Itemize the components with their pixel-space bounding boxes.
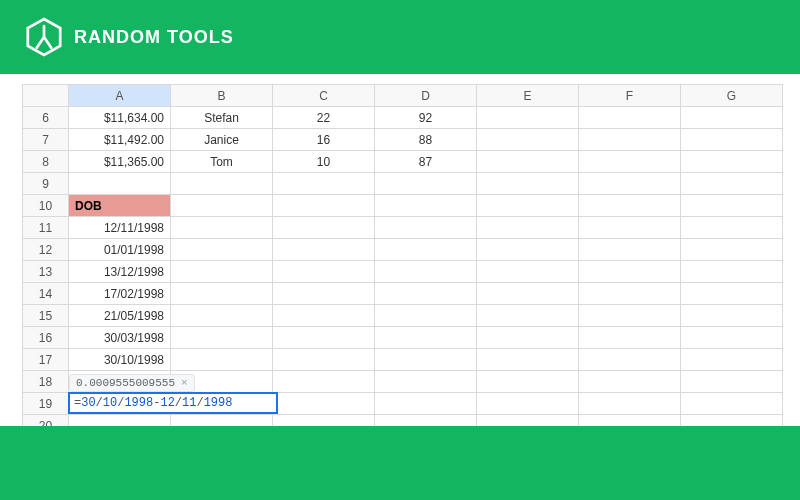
cell-F17[interactable] bbox=[579, 349, 681, 371]
cell-G12[interactable] bbox=[681, 239, 783, 261]
cell-D8[interactable]: 87 bbox=[375, 151, 477, 173]
spreadsheet-area[interactable]: A B C D E F G 6$11,634.00Stefan22927$11,… bbox=[0, 74, 800, 426]
cell-C13[interactable] bbox=[273, 261, 375, 283]
cell-G13[interactable] bbox=[681, 261, 783, 283]
row-header[interactable]: 18 bbox=[23, 371, 69, 393]
cell-D16[interactable] bbox=[375, 327, 477, 349]
cell-G10[interactable] bbox=[681, 195, 783, 217]
cell-D9[interactable] bbox=[375, 173, 477, 195]
cell-E15[interactable] bbox=[477, 305, 579, 327]
cell-B12[interactable] bbox=[171, 239, 273, 261]
spreadsheet-grid[interactable]: A B C D E F G 6$11,634.00Stefan22927$11,… bbox=[22, 84, 783, 426]
cell-E19[interactable] bbox=[477, 393, 579, 415]
cell-B7[interactable]: Janice bbox=[171, 129, 273, 151]
cell-C16[interactable] bbox=[273, 327, 375, 349]
cell-A11[interactable]: 12/11/1998 bbox=[69, 217, 171, 239]
cell-G8[interactable] bbox=[681, 151, 783, 173]
cell-F11[interactable] bbox=[579, 217, 681, 239]
cell-G19[interactable] bbox=[681, 393, 783, 415]
cell-F8[interactable] bbox=[579, 151, 681, 173]
cell-B17[interactable] bbox=[171, 349, 273, 371]
cell-E20[interactable] bbox=[477, 415, 579, 427]
cell-D11[interactable] bbox=[375, 217, 477, 239]
cell-C12[interactable] bbox=[273, 239, 375, 261]
cell-C11[interactable] bbox=[273, 217, 375, 239]
cell-G17[interactable] bbox=[681, 349, 783, 371]
cell-A13[interactable]: 13/12/1998 bbox=[69, 261, 171, 283]
cell-F14[interactable] bbox=[579, 283, 681, 305]
row-header[interactable]: 20 bbox=[23, 415, 69, 427]
cell-B6[interactable]: Stefan bbox=[171, 107, 273, 129]
cell-A14[interactable]: 17/02/1998 bbox=[69, 283, 171, 305]
cell-F12[interactable] bbox=[579, 239, 681, 261]
cell-A12[interactable]: 01/01/1998 bbox=[69, 239, 171, 261]
cell-E14[interactable] bbox=[477, 283, 579, 305]
cell-G20[interactable] bbox=[681, 415, 783, 427]
cell-B8[interactable]: Tom bbox=[171, 151, 273, 173]
cell-F18[interactable] bbox=[579, 371, 681, 393]
row-header[interactable]: 17 bbox=[23, 349, 69, 371]
cell-D13[interactable] bbox=[375, 261, 477, 283]
column-header-C[interactable]: C bbox=[273, 85, 375, 107]
cell-F16[interactable] bbox=[579, 327, 681, 349]
cell-D12[interactable] bbox=[375, 239, 477, 261]
cell-G18[interactable] bbox=[681, 371, 783, 393]
row-header[interactable]: 19 bbox=[23, 393, 69, 415]
close-icon[interactable]: × bbox=[181, 377, 188, 389]
cell-D18[interactable] bbox=[375, 371, 477, 393]
select-all-corner[interactable] bbox=[23, 85, 69, 107]
cell-E18[interactable] bbox=[477, 371, 579, 393]
cell-A6[interactable]: $11,634.00 bbox=[69, 107, 171, 129]
cell-B10[interactable] bbox=[171, 195, 273, 217]
cell-E6[interactable] bbox=[477, 107, 579, 129]
row-header[interactable]: 10 bbox=[23, 195, 69, 217]
cell-F9[interactable] bbox=[579, 173, 681, 195]
cell-E17[interactable] bbox=[477, 349, 579, 371]
cell-D10[interactable] bbox=[375, 195, 477, 217]
row-header[interactable]: 6 bbox=[23, 107, 69, 129]
row-header[interactable]: 12 bbox=[23, 239, 69, 261]
cell-D14[interactable] bbox=[375, 283, 477, 305]
cell-C14[interactable] bbox=[273, 283, 375, 305]
cell-B16[interactable] bbox=[171, 327, 273, 349]
cell-C17[interactable] bbox=[273, 349, 375, 371]
cell-C9[interactable] bbox=[273, 173, 375, 195]
cell-F20[interactable] bbox=[579, 415, 681, 427]
cell-C7[interactable]: 16 bbox=[273, 129, 375, 151]
cell-B15[interactable] bbox=[171, 305, 273, 327]
cell-A9[interactable] bbox=[69, 173, 171, 195]
cell-E11[interactable] bbox=[477, 217, 579, 239]
cell-C8[interactable]: 10 bbox=[273, 151, 375, 173]
cell-D6[interactable]: 92 bbox=[375, 107, 477, 129]
cell-A17[interactable]: 30/10/1998 bbox=[69, 349, 171, 371]
cell-D19[interactable] bbox=[375, 393, 477, 415]
cell-G9[interactable] bbox=[681, 173, 783, 195]
formula-editor[interactable]: =30/10/1998-12/11/19980.0009555009555× bbox=[68, 392, 278, 414]
cell-D20[interactable] bbox=[375, 415, 477, 427]
cell-C19[interactable] bbox=[273, 393, 375, 415]
cell-E12[interactable] bbox=[477, 239, 579, 261]
cell-F13[interactable] bbox=[579, 261, 681, 283]
row-header[interactable]: 9 bbox=[23, 173, 69, 195]
cell-B11[interactable] bbox=[171, 217, 273, 239]
row-header[interactable]: 7 bbox=[23, 129, 69, 151]
cell-B9[interactable] bbox=[171, 173, 273, 195]
cell-A20[interactable] bbox=[69, 415, 171, 427]
cell-C20[interactable] bbox=[273, 415, 375, 427]
cell-A19[interactable]: =30/10/1998-12/11/19980.0009555009555× bbox=[69, 393, 171, 415]
cell-B14[interactable] bbox=[171, 283, 273, 305]
cell-A10[interactable]: DOB bbox=[69, 195, 171, 217]
cell-E13[interactable] bbox=[477, 261, 579, 283]
cell-F19[interactable] bbox=[579, 393, 681, 415]
cell-A16[interactable]: 30/03/1998 bbox=[69, 327, 171, 349]
cell-A7[interactable]: $11,492.00 bbox=[69, 129, 171, 151]
cell-F7[interactable] bbox=[579, 129, 681, 151]
cell-G16[interactable] bbox=[681, 327, 783, 349]
cell-G6[interactable] bbox=[681, 107, 783, 129]
row-header[interactable]: 8 bbox=[23, 151, 69, 173]
cell-C15[interactable] bbox=[273, 305, 375, 327]
row-header[interactable]: 13 bbox=[23, 261, 69, 283]
column-header-D[interactable]: D bbox=[375, 85, 477, 107]
cell-G11[interactable] bbox=[681, 217, 783, 239]
column-header-G[interactable]: G bbox=[681, 85, 783, 107]
